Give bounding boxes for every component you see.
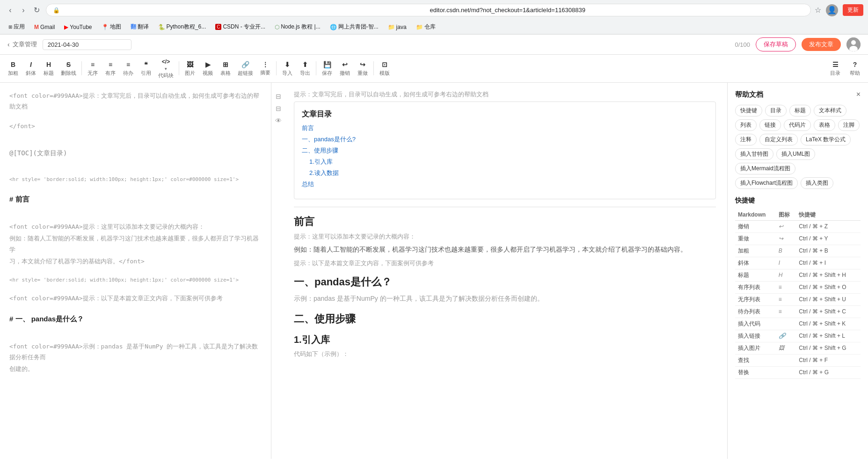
shortcut-key: Ctrl / ⌘ + Shift + L	[796, 330, 861, 342]
bookmark-gmail[interactable]: M Gmail	[30, 22, 58, 32]
bookmark-translate-label: 翻译	[138, 23, 149, 31]
toc-item-import[interactable]: 1.引入库	[309, 158, 708, 166]
redo-button[interactable]: ↪ 重做	[354, 59, 371, 79]
unordered-list-label: 无序	[88, 70, 98, 77]
bookmark-csdn[interactable]: C CSDN - 专业开...	[212, 22, 269, 32]
bookmark-python[interactable]: 🐍 Python教程_6...	[154, 22, 210, 32]
todo-button[interactable]: ≡ 待办	[120, 59, 137, 79]
help-tag-list[interactable]: 列表	[735, 119, 757, 131]
update-button[interactable]: 更新	[843, 4, 863, 16]
help-button[interactable]: ? 帮助	[846, 59, 863, 79]
bookmark-youtube[interactable]: ▶ YouTube	[60, 22, 95, 32]
unordered-list-button[interactable]: ≡ 无序	[84, 59, 101, 79]
bookmark-translate[interactable]: 翻 翻译	[127, 22, 153, 32]
bookmark-community-label: 网上共青团-智...	[338, 23, 379, 31]
editor-content[interactable]: <font color=#999AAA>提示：文章写完后，目录可以自动生成，如何…	[9, 90, 262, 375]
undo-button[interactable]: ↩ 撤销	[336, 59, 353, 79]
code-button[interactable]: </> ▾ 代码块	[155, 57, 176, 80]
shortcut-icon: H	[776, 269, 796, 281]
shortcut-key: Ctrl / ⌘ + Shift + K	[796, 318, 861, 330]
help-tag-code[interactable]: 代码片	[784, 119, 811, 131]
todo-icon: ≡	[126, 60, 130, 70]
help-tag-classdiagram[interactable]: 插入类图	[801, 177, 833, 189]
link-button[interactable]: 🔗 超链接	[235, 59, 256, 79]
redo-icon: ↪	[360, 60, 365, 70]
table-button[interactable]: ⊞ 表格	[217, 59, 234, 79]
shortcut-icon	[776, 354, 796, 366]
back-button[interactable]: ‹	[5, 5, 16, 16]
publish-button[interactable]: 发布文章	[802, 38, 841, 51]
ordered-list-button[interactable]: ≡ 有序	[102, 59, 119, 79]
video-button[interactable]: ▶ 视频	[199, 59, 216, 79]
help-tag-shortcuts[interactable]: 快捷键	[735, 105, 762, 116]
bold-button[interactable]: B 加粗	[5, 59, 22, 79]
profile-button[interactable]: 👤	[826, 4, 838, 16]
help-tag-gantt[interactable]: 插入甘特图	[735, 148, 773, 160]
toc-button[interactable]: ☰ 目录	[827, 59, 844, 79]
italic-button[interactable]: I 斜体	[22, 59, 39, 79]
back-nav[interactable]: ‹ 文章管理	[7, 40, 37, 49]
bookmark-maps[interactable]: 📍 地图	[98, 22, 125, 32]
bookmark-apps[interactable]: ⊞ 应用	[5, 22, 29, 32]
toc-item-foreword[interactable]: 前言	[302, 124, 708, 132]
col-key: 快捷键	[796, 210, 861, 221]
toc-item-pandas[interactable]: 一、pandas是什么?	[302, 135, 708, 144]
address-bar[interactable]: 🔒 editor.csdn.net/md?not_checkout=1&arti…	[46, 4, 811, 16]
table-icon: ⊞	[223, 60, 228, 70]
right-toolbar: ☰ 目录 ? 帮助	[827, 59, 863, 79]
help-tag-footnote[interactable]: 注脚	[838, 119, 860, 131]
heading-button[interactable]: H 标题	[40, 59, 57, 79]
help-tag-link[interactable]: 链接	[759, 119, 781, 131]
avatar[interactable]	[846, 37, 861, 51]
shortcut-key: Ctrl / ⌘ + Shift + H	[796, 269, 861, 281]
editor-toc-line: @[TOC](文章目录)	[9, 147, 262, 159]
toc-item-summary[interactable]: 总结	[302, 180, 708, 188]
toc-item-read[interactable]: 2.读入数据	[309, 169, 708, 177]
side-icon-eye[interactable]: 👁	[274, 116, 283, 125]
help-tag-toc[interactable]: 目录	[765, 105, 787, 116]
editor-empty-line	[9, 214, 262, 220]
help-tag-custom-list[interactable]: 自定义列表	[759, 134, 798, 145]
forward-button[interactable]: ›	[18, 5, 29, 16]
save-draft-button[interactable]: 保存草稿	[756, 37, 796, 51]
toc-item-steps[interactable]: 二、使用步骤	[302, 146, 708, 155]
help-tag-flowchart[interactable]: 插入Flowchart流程图	[735, 177, 798, 189]
ordered-list-icon: ≡	[109, 60, 112, 70]
help-tag-mermaid[interactable]: 插入Mermaid流程图	[735, 163, 795, 174]
save-button[interactable]: 💾 保存	[319, 59, 336, 79]
date-input[interactable]	[43, 39, 131, 50]
help-tag-textstyle[interactable]: 文本样式	[814, 105, 846, 116]
toolbar-divider-3	[276, 61, 277, 75]
bookmark-community[interactable]: 🌐 网上共青团-智...	[326, 22, 382, 32]
warehouse-folder-icon: 📁	[416, 24, 423, 30]
bookmark-nodejs[interactable]: ⬡ Node.js 教程 |...	[271, 22, 324, 32]
strikethrough-button[interactable]: S 删除线	[58, 59, 79, 79]
template-button[interactable]: ⊡ 模版	[376, 59, 393, 79]
quote-button[interactable]: ❝ 引用	[138, 59, 154, 79]
help-tag-uml[interactable]: 插入UML图	[776, 148, 815, 160]
side-icon-2[interactable]: ⊟	[274, 104, 283, 113]
image-button[interactable]: 🖼 图片	[182, 59, 198, 79]
help-tag-table[interactable]: 表格	[814, 119, 835, 131]
preview-pandas-heading: 一、pandas是什么？	[294, 275, 716, 289]
editor-empty-line	[9, 268, 262, 275]
shortcut-table: Markdown 图标 快捷键 撤销 ↩ Ctrl / ⌘ + Z 重做 ↪ C…	[735, 210, 861, 379]
refresh-button[interactable]: ↻	[31, 5, 42, 16]
help-tag-latex[interactable]: LaTeX 数学公式	[801, 134, 851, 145]
help-tag-comment[interactable]: 注释	[735, 134, 757, 145]
export-button[interactable]: ⬆ 导出	[297, 59, 314, 79]
bookmark-warehouse[interactable]: 📁 仓库	[412, 22, 439, 32]
bookmark-maps-label: 地图	[110, 23, 121, 31]
side-icon-1[interactable]: ⊟	[274, 92, 283, 101]
bookmark-star-icon[interactable]: ☆	[815, 6, 821, 14]
help-tag-heading[interactable]: 标题	[789, 105, 811, 116]
import-button[interactable]: ⬇ 导入	[279, 59, 296, 79]
italic-label: 斜体	[26, 70, 36, 77]
bookmark-java[interactable]: 📁 java	[384, 22, 410, 32]
close-help-button[interactable]: ×	[856, 90, 861, 99]
image-label: 图片	[185, 70, 195, 77]
shortcut-key: Ctrl / ⌘ + Shift + C	[796, 305, 861, 318]
excerpt-button[interactable]: ⋮ 摘要	[257, 59, 274, 78]
editor-pane[interactable]: <font color=#999AAA>提示：文章写完后，目录可以自动生成，如何…	[0, 83, 271, 459]
quote-icon: ❝	[144, 60, 148, 70]
